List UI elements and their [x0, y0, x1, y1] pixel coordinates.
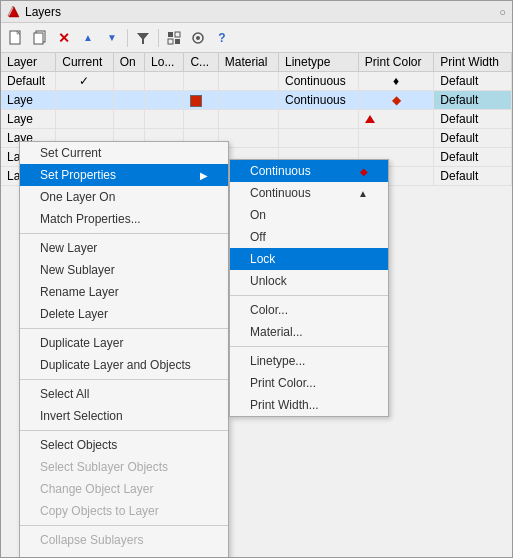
menu-item-invert-selection[interactable]: Invert Selection: [20, 405, 228, 427]
layer-lock: [145, 91, 184, 110]
layer-color: [184, 91, 218, 110]
table-row[interactable]: Laye Default: [1, 110, 512, 129]
close-icon[interactable]: ○: [499, 6, 506, 18]
menu-item-duplicate-layer[interactable]: Duplicate Layer: [20, 332, 228, 354]
submenu-arrow-icon: ▶: [200, 170, 208, 181]
layer-current: [56, 110, 113, 129]
svg-rect-11: [175, 39, 180, 44]
new-page-btn[interactable]: [5, 27, 27, 49]
menu-item-duplicate-layer-objects[interactable]: Duplicate Layer and Objects: [20, 354, 228, 376]
layer-print-color: ♦: [358, 72, 433, 91]
menu-item-set-properties[interactable]: Set Properties ▶: [20, 164, 228, 186]
svg-marker-7: [137, 33, 149, 44]
col-print-width: Print Width: [434, 53, 512, 72]
menu-item-rename-layer[interactable]: Rename Layer: [20, 281, 228, 303]
col-color: C...: [184, 53, 218, 72]
layer-lock: [145, 110, 184, 129]
toolbar: ✕ ▲ ▼ ?: [1, 23, 512, 53]
menu-separator-5: [20, 525, 228, 526]
layer-print-color: ◆: [358, 91, 433, 110]
submenu-item-linetype[interactable]: Linetype...: [230, 350, 388, 372]
layer-material: [218, 72, 278, 91]
table-area: Layer Current On Lo... C... Material Lin…: [1, 53, 512, 557]
settings-btn[interactable]: [163, 27, 185, 49]
submenu-item-continuous-2[interactable]: Continuous ▲: [230, 182, 388, 204]
menu-separator-3: [20, 379, 228, 380]
properties-btn[interactable]: [187, 27, 209, 49]
toolbar-sep1: [127, 29, 128, 47]
layer-print-width: Default: [434, 167, 512, 186]
menu-separator-4: [20, 430, 228, 431]
menu-item-change-object-layer: Change Object Layer: [20, 478, 228, 500]
submenu-item-color[interactable]: Color...: [230, 299, 388, 321]
layer-print-width: Default: [434, 148, 512, 167]
layer-on: [113, 110, 144, 129]
menu-item-select-objects[interactable]: Select Objects: [20, 434, 228, 456]
context-menu: Set Current Set Properties ▶ One Layer O…: [19, 141, 229, 557]
properties-icon: [190, 30, 206, 46]
layer-on: [113, 91, 144, 110]
help-btn[interactable]: ?: [211, 27, 233, 49]
window-title: Layers: [25, 5, 61, 19]
col-material: Material: [218, 53, 278, 72]
layer-current: ✓: [56, 72, 113, 91]
svg-rect-6: [34, 33, 43, 44]
submenu-item-on[interactable]: On: [230, 204, 388, 226]
delete-layer-btn[interactable]: ✕: [53, 27, 75, 49]
svg-rect-10: [168, 39, 173, 44]
submenu-item-continuous-1[interactable]: Continuous ◆: [230, 160, 388, 182]
menu-item-expand-sublayers: Expand Sublayers: [20, 551, 228, 557]
settings-icon: [166, 30, 182, 46]
move-up-btn[interactable]: ▲: [77, 27, 99, 49]
table-row[interactable]: Laye Continuous ◆ Default: [1, 91, 512, 110]
menu-item-match-properties[interactable]: Match Properties...: [20, 208, 228, 230]
submenu-item-off[interactable]: Off: [230, 226, 388, 248]
layer-linetype: Continuous: [279, 72, 359, 91]
layer-name: Default: [1, 72, 56, 91]
table-header-row: Layer Current On Lo... C... Material Lin…: [1, 53, 512, 72]
menu-item-delete-layer[interactable]: Delete Layer: [20, 303, 228, 325]
layer-lock: [145, 72, 184, 91]
layer-current: [56, 91, 113, 110]
menu-item-new-sublayer[interactable]: New Sublayer: [20, 259, 228, 281]
col-on: On: [113, 53, 144, 72]
submenu-item-material[interactable]: Material...: [230, 321, 388, 343]
svg-rect-9: [175, 32, 180, 37]
layer-name: Laye: [1, 110, 56, 129]
new-layer-icon: [8, 30, 24, 46]
layer-print-width: Default: [434, 91, 512, 110]
layer-on: [113, 72, 144, 91]
layer-linetype: [279, 110, 359, 129]
menu-item-new-layer[interactable]: New Layer: [20, 237, 228, 259]
col-layer: Layer: [1, 53, 56, 72]
move-down-btn[interactable]: ▼: [101, 27, 123, 49]
svg-rect-8: [168, 32, 173, 37]
submenu-item-print-width[interactable]: Print Width...: [230, 394, 388, 416]
toolbar-sep2: [158, 29, 159, 47]
layers-window: Layers ○ ✕ ▲ ▼: [0, 0, 513, 558]
layer-print-color: [358, 129, 433, 148]
filter-icon: [135, 30, 151, 46]
copy-icon: [32, 30, 48, 46]
menu-item-set-current[interactable]: Set Current: [20, 142, 228, 164]
submenu-item-unlock[interactable]: Unlock: [230, 270, 388, 292]
filter-btn[interactable]: [132, 27, 154, 49]
submenu-red-diamond-icon: ◆: [360, 166, 368, 177]
menu-separator-2: [20, 328, 228, 329]
col-current: Current: [56, 53, 113, 72]
menu-item-one-layer-on[interactable]: One Layer On: [20, 186, 228, 208]
submenu-item-lock[interactable]: Lock: [230, 248, 388, 270]
table-row[interactable]: Default ✓ Continuous ♦ Default: [1, 72, 512, 91]
col-linetype: Linetype: [279, 53, 359, 72]
submenu-item-print-color[interactable]: Print Color...: [230, 372, 388, 394]
copy-layer-btn[interactable]: [29, 27, 51, 49]
layer-linetype: [279, 129, 359, 148]
submenu-separator-1: [230, 295, 388, 296]
menu-item-select-all[interactable]: Select All: [20, 383, 228, 405]
menu-separator-1: [20, 233, 228, 234]
layer-color: [184, 72, 218, 91]
layer-linetype: Continuous: [279, 91, 359, 110]
layer-print-width: Default: [434, 129, 512, 148]
layer-print-width: Default: [434, 72, 512, 91]
submenu-triangle-icon: ▲: [358, 188, 368, 199]
